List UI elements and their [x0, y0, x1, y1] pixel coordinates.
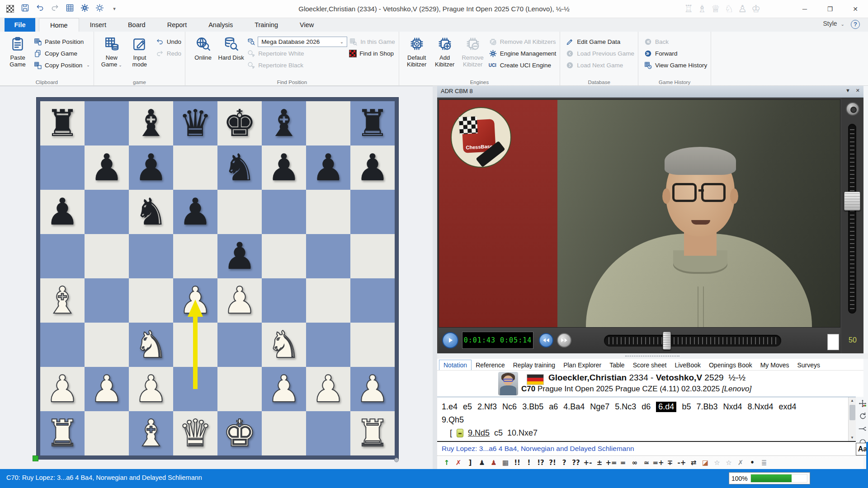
paste-position-button[interactable]: Paste Position [33, 36, 90, 47]
annotation-symbol-button[interactable]: = [617, 459, 629, 467]
black-piece[interactable]: ♟ [356, 145, 389, 190]
timeline-handle[interactable] [663, 332, 671, 350]
square-f3[interactable]: ♞ [262, 323, 306, 367]
file-tab[interactable]: File [5, 18, 35, 32]
square-b2[interactable]: ♟ [85, 367, 129, 411]
annotation-symbol-button[interactable]: !! [511, 459, 523, 467]
repertoire-white-button[interactable]: Repertoire White [247, 47, 347, 59]
annotation-symbol-button[interactable]: ✗ [453, 459, 464, 467]
collapse-panel-icon[interactable]: ▼ [845, 88, 850, 94]
black-piece[interactable]: ♟ [179, 190, 212, 234]
square-b7[interactable]: ♟ [85, 145, 129, 190]
ribbon-tab-report[interactable]: Report [156, 18, 198, 32]
fold-variation-icon[interactable] [457, 429, 463, 437]
square-g5[interactable] [306, 234, 350, 278]
white-piece[interactable]: ♟ [356, 367, 389, 411]
white-piece[interactable]: ♝ [134, 411, 168, 455]
square-h3[interactable] [350, 323, 395, 367]
qa-save-button[interactable] [19, 3, 30, 14]
square-g7[interactable]: ♟ [306, 145, 350, 190]
cycle-variations-icon[interactable] [858, 411, 868, 421]
ribbon-tab-home[interactable]: Home [39, 18, 79, 32]
board-resize-handle[interactable] [394, 458, 399, 462]
move[interactable]: 4.Ba4 [563, 402, 585, 412]
square-a6[interactable]: ♟ [40, 190, 85, 234]
square-b1[interactable] [85, 411, 129, 455]
move[interactable]: 7.Bb3 [696, 402, 717, 412]
square-g6[interactable] [306, 190, 350, 234]
volume-slider[interactable] [848, 124, 856, 314]
square-h6[interactable] [350, 190, 395, 234]
annotation-symbol-button[interactable]: ◪ [699, 459, 711, 467]
ribbon-tab-view[interactable]: View [289, 18, 325, 32]
find-in-shop-button[interactable]: Find in Shop [349, 47, 395, 59]
close-panel-icon[interactable]: ✕ [856, 88, 860, 94]
scroll-up-icon[interactable]: ▲ [849, 397, 856, 404]
move[interactable]: 9.Nd5 [468, 428, 490, 438]
square-f4[interactable] [262, 278, 306, 323]
square-g1[interactable] [306, 411, 350, 455]
black-piece[interactable]: ♟ [311, 145, 345, 190]
notation-tab-notation[interactable]: Notation [439, 360, 472, 370]
square-g3[interactable] [306, 323, 350, 367]
square-f5[interactable] [262, 234, 306, 278]
vertical-splitter[interactable] [433, 86, 437, 469]
move[interactable]: 9.Qh5 [442, 415, 464, 425]
help-button[interactable]: ? [851, 20, 860, 29]
white-piece[interactable]: ♝ [46, 278, 79, 323]
square-d5[interactable] [173, 234, 217, 278]
square-f1[interactable] [262, 411, 306, 455]
square-c3[interactable]: ♞ [129, 323, 173, 367]
white-piece[interactable]: ♟ [90, 367, 123, 411]
move[interactable]: [ [450, 428, 452, 438]
timeline-slider[interactable] [604, 335, 781, 347]
black-piece[interactable]: ♟ [90, 145, 123, 190]
white-piece[interactable]: ♟ [267, 367, 301, 411]
annotation-symbol-button[interactable]: ☆ [723, 459, 735, 467]
repertoire-black-button[interactable]: Repertoire Black [247, 59, 347, 71]
annotation-symbol-button[interactable]: ! [523, 459, 535, 467]
rewind-button[interactable] [539, 333, 553, 347]
notation-tab-openings-book[interactable]: Openings Book [705, 360, 756, 370]
square-a2[interactable]: ♟ [40, 367, 85, 411]
white-piece[interactable]: ♛ [179, 411, 212, 455]
current-move[interactable]: 6.d4 [656, 402, 676, 412]
ribbon-tab-training[interactable]: Training [244, 18, 289, 32]
square-g2[interactable]: ♟ [306, 367, 350, 411]
square-h8[interactable]: ♜ [350, 101, 395, 145]
notation-tab-livebook[interactable]: LiveBook [670, 360, 705, 370]
qa-layout-button[interactable] [64, 3, 75, 14]
square-a5[interactable] [40, 234, 85, 278]
input-mode-button[interactable]: Input mode [126, 34, 154, 77]
square-e4[interactable]: ♟ [217, 278, 262, 323]
move[interactable]: Nc6 [502, 402, 517, 412]
move[interactable]: c5 [494, 428, 503, 438]
view-game-history-button[interactable]: View Game History [644, 59, 707, 71]
square-d3[interactable] [173, 323, 217, 367]
default-kibitzer-button[interactable]: Default Kibitzer [403, 34, 431, 77]
copy-game-button[interactable]: Copy Game [33, 47, 90, 59]
create-uci-engine-button[interactable]: UCICreate UCI Engine [489, 59, 557, 71]
annotation-symbol-button[interactable]: ∓ [664, 459, 676, 467]
ribbon-tab-analysis[interactable]: Analysis [198, 18, 244, 32]
annotation-symbol-button[interactable]: ♟ [488, 459, 500, 467]
annotation-symbol-button[interactable]: • [746, 459, 758, 467]
opening-name[interactable]: Ruy Lopez: 3...a6 4 Ba4, Norwegian and D… [437, 442, 856, 455]
square-b4[interactable] [85, 278, 129, 323]
move[interactable]: 5.Nc3 [615, 402, 636, 412]
white-piece[interactable]: ♟ [223, 278, 256, 323]
horizontal-splitter[interactable] [437, 353, 868, 359]
square-g4[interactable] [306, 278, 350, 323]
qa-more-button[interactable]: ▾ [109, 3, 120, 14]
qa-settings-button[interactable] [79, 3, 90, 14]
move[interactable]: b5 [682, 402, 691, 412]
square-d7[interactable] [173, 145, 217, 190]
annotation-symbol-button[interactable]: ≃ [641, 459, 652, 467]
ribbon-tab-board[interactable]: Board [117, 18, 156, 32]
square-a8[interactable]: ♜ [40, 101, 85, 145]
square-g8[interactable] [306, 101, 350, 145]
square-c6[interactable]: ♞ [129, 190, 173, 234]
copy-position-button[interactable]: Copy Position⌄ [33, 59, 90, 71]
annotation-symbol-button[interactable]: ▦ [500, 459, 511, 467]
move[interactable]: exd4 [779, 402, 797, 412]
